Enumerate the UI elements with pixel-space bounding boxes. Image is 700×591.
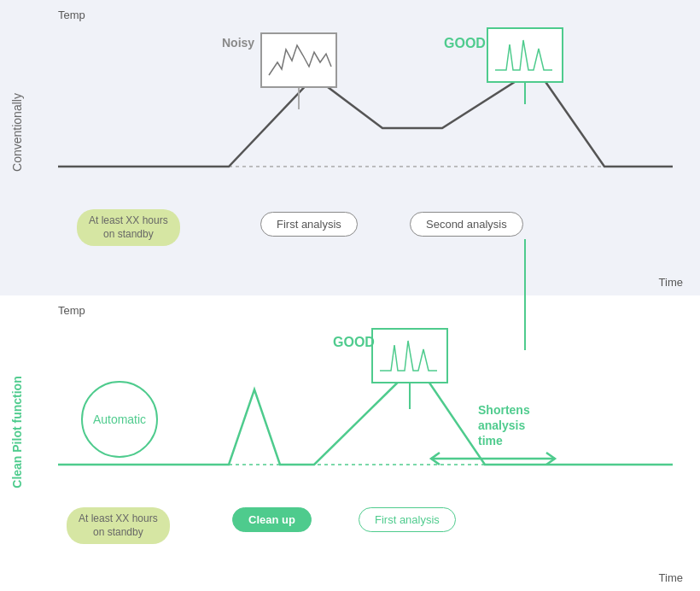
- good-label-top: GOOD: [444, 36, 486, 51]
- second-analysis-label-top: Second analysis: [426, 218, 507, 231]
- standby-badge-top: At least XX hourson standby: [77, 209, 180, 246]
- noisy-label: Noisy: [222, 36, 254, 50]
- second-analysis-button-top[interactable]: Second analysis: [410, 212, 523, 237]
- noisy-chart-box: [260, 32, 337, 88]
- panel-connector-line: [524, 239, 526, 350]
- standby-text-top: At least XX hourson standby: [89, 214, 168, 240]
- standby-text-bottom: At least XX hourson standby: [79, 512, 158, 538]
- first-analysis-button-bottom[interactable]: First analysis: [359, 507, 456, 532]
- standby-badge-bottom: At least XX hourson standby: [67, 507, 170, 544]
- double-arrow-svg: [427, 449, 559, 468]
- shortens-label: Shortens analysis time: [478, 402, 530, 449]
- bottom-time-label: Time: [659, 571, 683, 584]
- top-temp-label: Temp: [58, 9, 85, 21]
- noisy-connector: [298, 88, 300, 109]
- first-analysis-button-top[interactable]: First analysis: [260, 212, 358, 237]
- bottom-temp-label: Temp: [58, 304, 85, 317]
- side-label-conventionally: Conventionally: [10, 93, 24, 172]
- good-label-bottom: GOOD: [333, 335, 375, 350]
- bottom-panel: Temp Time Clean Pilot function Automatic: [0, 296, 700, 591]
- cleanup-label: Clean up: [248, 513, 295, 526]
- good-connector-bottom: [409, 383, 411, 409]
- bottom-chart-svg: [58, 321, 673, 539]
- good-chart-mini-top: [491, 32, 559, 79]
- diagram-container: Temp Time Conventionally: [0, 0, 700, 591]
- good-chart-mini-bottom: [376, 332, 444, 379]
- cleanup-button[interactable]: Clean up: [232, 507, 312, 532]
- good-connector-top: [524, 83, 526, 104]
- first-analysis-label-bottom: First analysis: [375, 513, 440, 526]
- good-chart-box-top: [487, 27, 563, 83]
- noisy-chart-mini: [265, 37, 333, 84]
- side-label-clean: Clean Pilot function: [10, 376, 24, 488]
- first-analysis-label-top: First analysis: [277, 218, 341, 231]
- top-panel: Temp Time Conventionally: [0, 0, 700, 296]
- good-chart-box-bottom: [371, 328, 448, 383]
- top-time-label: Time: [659, 276, 683, 289]
